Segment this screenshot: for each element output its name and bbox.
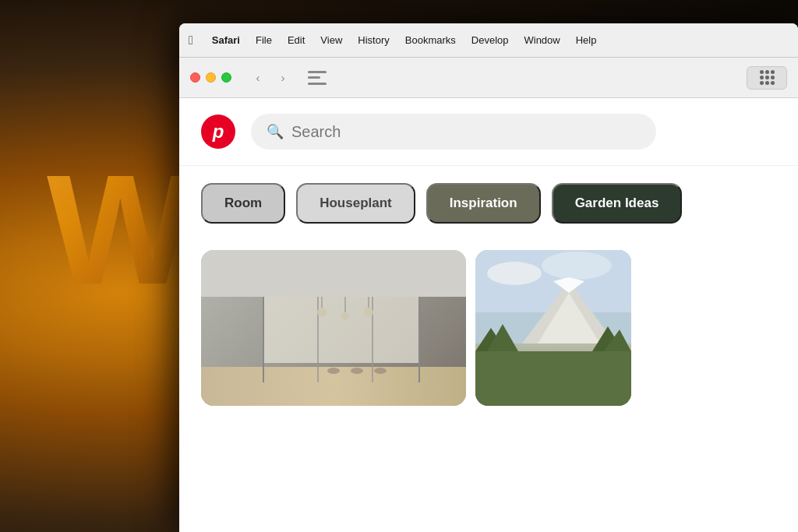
svg-point-6 [351, 368, 363, 374]
macos-menubar:  Safari File Edit View History Bookmark… [179, 23, 798, 58]
sidebar-bar-3 [308, 83, 327, 85]
category-houseplant[interactable]: Houseplant [296, 183, 415, 224]
grid-dot [765, 76, 769, 79]
interior-svg [201, 297, 466, 382]
sidebar-bar-1 [308, 71, 327, 73]
svg-point-8 [317, 308, 327, 317]
grid-dot [771, 70, 775, 74]
image-card-mountain[interactable] [475, 250, 631, 406]
file-menu[interactable]: File [248, 23, 280, 58]
sidebar-toggle-button[interactable] [303, 67, 331, 89]
safari-menu[interactable]: Safari [204, 23, 248, 58]
navigation-arrows: ‹ › [247, 67, 294, 89]
grid-view-button[interactable] [747, 66, 787, 90]
svg-point-9 [341, 312, 349, 320]
svg-rect-21 [475, 351, 631, 406]
forward-button[interactable]: › [272, 67, 294, 89]
bookmarks-menu[interactable]: Bookmarks [397, 23, 464, 58]
minimize-button[interactable] [206, 72, 216, 83]
sidebar-icon [308, 71, 327, 85]
w-letter-decoration: W [47, 140, 194, 319]
svg-point-7 [374, 368, 387, 374]
edit-menu[interactable]: Edit [280, 23, 312, 58]
grid-dots-icon [760, 70, 775, 85]
category-garden-ideas[interactable]: Garden Ideas [552, 183, 683, 224]
traffic-lights [190, 72, 231, 83]
svg-point-17 [542, 252, 612, 280]
grid-dot [771, 76, 775, 79]
sidebar-bar-2 [308, 76, 320, 79]
svg-point-5 [327, 368, 340, 374]
apple-menu-icon[interactable]:  [189, 33, 193, 48]
image-card-interior[interactable] [201, 250, 466, 406]
category-room[interactable]: Room [201, 183, 285, 224]
back-button[interactable]: ‹ [247, 67, 269, 89]
window-menu[interactable]: Window [516, 23, 567, 58]
category-inspiration[interactable]: Inspiration [426, 183, 541, 224]
develop-menu[interactable]: Develop [464, 23, 517, 58]
pinterest-header: p 🔍 Search [179, 98, 798, 166]
grid-dot [771, 81, 775, 85]
mountain-image [475, 250, 631, 406]
search-placeholder-text: Search [291, 123, 341, 141]
search-icon: 🔍 [267, 123, 284, 140]
svg-rect-0 [263, 297, 419, 363]
view-menu[interactable]: View [312, 23, 350, 58]
grid-dot [765, 70, 769, 74]
browser-toolbar: ‹ › [179, 58, 798, 98]
interior-ceiling [201, 250, 466, 297]
maximize-button[interactable] [221, 72, 231, 83]
interior-image [201, 250, 466, 406]
interior-walls [201, 297, 466, 367]
close-button[interactable] [190, 72, 200, 83]
svg-point-16 [487, 262, 542, 285]
grid-dot [765, 81, 769, 85]
history-menu[interactable]: History [350, 23, 397, 58]
search-bar[interactable]: 🔍 Search [251, 114, 656, 150]
browser-content: p 🔍 Search Room Houseplant Inspiration G… [179, 98, 798, 532]
grid-dot [760, 81, 764, 85]
category-section: Room Houseplant Inspiration Garden Ideas [179, 166, 798, 241]
grid-dot [760, 76, 764, 79]
grid-dot [760, 70, 764, 74]
pinterest-logo[interactable]: p [201, 115, 235, 149]
browser-window:  Safari File Edit View History Bookmark… [179, 23, 798, 532]
image-grid [179, 241, 798, 406]
help-menu[interactable]: Help [568, 23, 605, 58]
mountain-svg [475, 250, 631, 406]
svg-point-10 [364, 308, 373, 317]
